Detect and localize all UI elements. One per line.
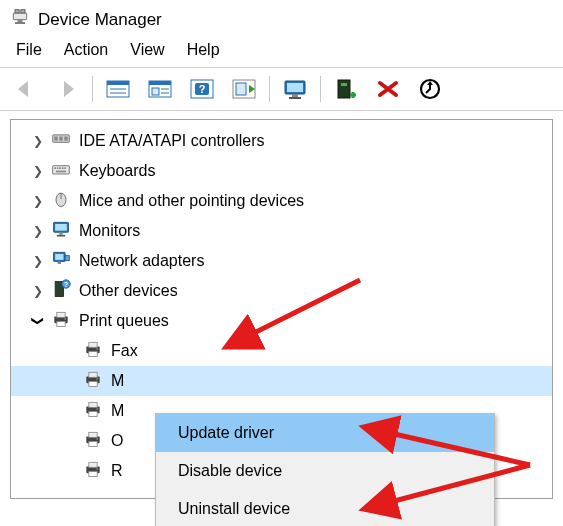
menu-view[interactable]: View [130,41,164,59]
scan-button[interactable] [225,72,263,106]
context-uninstall-device[interactable]: Uninstall device [156,490,494,526]
svg-rect-24 [341,83,347,86]
svg-rect-31 [54,167,56,169]
window-title: Device Manager [38,10,162,30]
svg-rect-21 [292,94,298,97]
tree-child-fax[interactable]: Fax [11,336,552,366]
help-button[interactable]: ? [183,72,221,106]
svg-rect-72 [89,472,97,477]
context-update-driver[interactable]: Update driver [156,414,494,452]
svg-rect-63 [89,402,97,407]
svg-rect-11 [152,88,159,95]
other-device-icon: ? [51,279,71,303]
tree-node-label: Network adapters [77,252,204,270]
svg-rect-20 [287,83,303,92]
tree-node-keyboards[interactable]: ❯ Keyboards [11,156,552,186]
printer-icon [83,339,103,363]
context-menu: Update driver Disable device Uninstall d… [155,413,495,526]
back-button[interactable] [6,72,44,106]
svg-rect-45 [65,256,69,261]
svg-rect-22 [289,97,301,99]
tree-node-label: IDE ATA/ATAPI controllers [77,132,265,150]
svg-point-69 [96,438,98,440]
svg-rect-35 [64,167,66,169]
tree-node-network[interactable]: ❯ Network adapters [11,246,552,276]
show-hidden-button[interactable] [99,72,137,106]
svg-rect-30 [53,166,70,174]
svg-rect-36 [56,171,66,173]
add-legacy-button[interactable] [327,72,365,106]
printer-icon [83,399,103,423]
chevron-down-icon[interactable]: ❯ [31,314,45,328]
svg-rect-59 [89,372,97,377]
printer-icon [83,459,103,483]
svg-rect-44 [55,254,63,260]
svg-rect-34 [62,167,64,169]
svg-point-53 [64,318,66,320]
svg-rect-64 [89,412,97,417]
svg-point-73 [96,468,98,470]
update-driver-button[interactable] [411,72,449,106]
svg-rect-68 [89,442,97,447]
keyboard-icon [51,159,71,183]
svg-rect-3 [15,10,19,13]
tree-child-label: R [109,462,123,480]
tree-child-label: Fax [109,342,138,360]
svg-rect-28 [59,137,62,141]
tree-child-label: M [109,372,124,390]
printer-icon [83,429,103,453]
remove-button[interactable] [369,72,407,106]
toolbar-separator [320,76,321,102]
tree-child-printer-selected[interactable]: M [11,366,552,396]
toolbar-separator [92,76,93,102]
chevron-right-icon[interactable]: ❯ [31,284,45,298]
tree-child-label: O [109,432,123,450]
menu-action[interactable]: Action [64,41,108,59]
menu-help[interactable]: Help [187,41,220,59]
svg-rect-0 [13,13,26,20]
tree-node-label: Keyboards [77,162,156,180]
svg-point-61 [96,378,98,380]
chevron-right-icon[interactable]: ❯ [31,224,45,238]
forward-button[interactable] [48,72,86,106]
svg-text:?: ? [199,83,206,95]
chevron-right-icon[interactable]: ❯ [31,194,45,208]
tree-node-ide[interactable]: ❯ IDE ATA/ATAPI controllers [11,126,552,156]
menubar: File Action View Help [0,35,563,68]
svg-text:?: ? [64,281,68,288]
printer-icon [83,369,103,393]
chevron-right-icon[interactable]: ❯ [31,134,45,148]
tree-node-other[interactable]: ❯ ? Other devices [11,276,552,306]
svg-rect-32 [57,167,59,169]
context-disable-device[interactable]: Disable device [156,452,494,490]
ide-controller-icon [51,129,71,153]
chevron-right-icon[interactable]: ❯ [31,164,45,178]
properties-button[interactable] [141,72,179,106]
mouse-icon [51,189,71,213]
svg-rect-60 [89,382,97,387]
tree-node-label: Print queues [77,312,169,330]
monitor-icon [51,219,71,243]
svg-point-65 [96,408,98,410]
svg-rect-27 [54,137,57,141]
tree-node-mice[interactable]: ❯ Mice and other pointing devices [11,186,552,216]
tree-node-monitors[interactable]: ❯ Monitors [11,216,552,246]
menu-file[interactable]: File [16,41,42,59]
svg-rect-52 [57,322,65,327]
svg-rect-67 [89,432,97,437]
svg-rect-4 [21,10,25,13]
tree-node-print-queues[interactable]: ❯ Print queues [11,306,552,336]
device-manager-icon [10,8,30,31]
svg-rect-23 [338,80,350,98]
svg-rect-29 [64,137,67,141]
tree-node-label: Mice and other pointing devices [77,192,304,210]
titlebar: Device Manager [0,0,563,35]
svg-rect-41 [59,232,62,235]
display-button[interactable] [276,72,314,106]
svg-rect-51 [57,312,65,317]
tree-child-label: M [109,402,124,420]
svg-rect-1 [18,20,23,23]
chevron-right-icon[interactable]: ❯ [31,254,45,268]
svg-rect-71 [89,462,97,467]
svg-rect-40 [55,224,67,231]
